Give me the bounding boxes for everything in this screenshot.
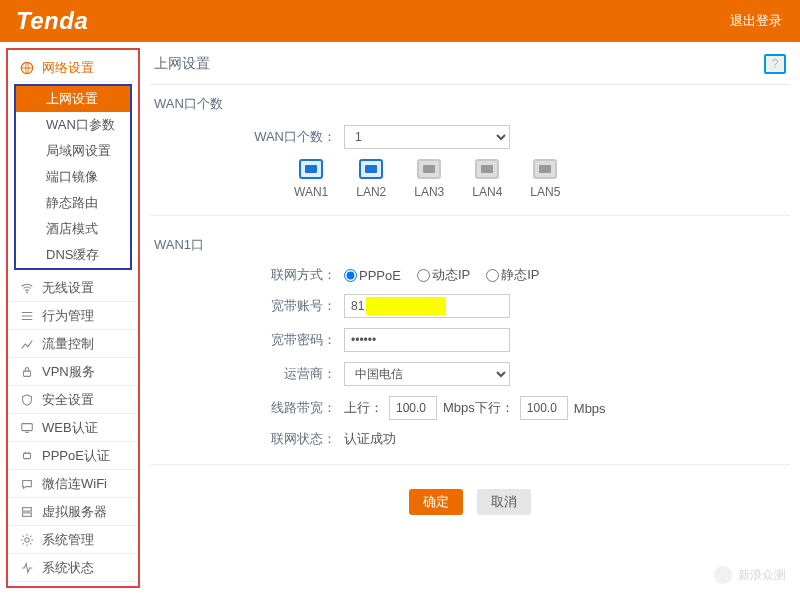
plug-icon xyxy=(20,449,34,463)
port-lan4: LAN4 xyxy=(472,159,502,199)
sidebar-item-vserver[interactable]: 虚拟服务器 xyxy=(8,498,138,526)
label-bandwidth: 线路带宽： xyxy=(154,399,344,417)
label-conn-type: 联网方式： xyxy=(154,266,344,284)
port-diagram: WAN1 LAN2 LAN3 LAN4 LAN5 xyxy=(294,159,786,199)
section-title: WAN1口 xyxy=(154,236,786,254)
sidebar-sub-item[interactable]: WAN口参数 xyxy=(16,112,130,138)
sidebar-item-label: 流量控制 xyxy=(42,335,94,353)
sidebar-item-pppoe[interactable]: PPPoE认证 xyxy=(8,442,138,470)
row-isp: 运营商： 中国电信 xyxy=(154,362,786,386)
sidebar-item-traffic[interactable]: 流量控制 xyxy=(8,330,138,358)
port-lan3: LAN3 xyxy=(414,159,444,199)
port-wan1: WAN1 xyxy=(294,159,328,199)
radio-dhcp[interactable]: 动态IP xyxy=(417,266,470,284)
main-container: 网络设置 上网设置 WAN口参数 局域网设置 端口镜像 静态路由 酒店模式 DN… xyxy=(0,42,800,594)
radio-input[interactable] xyxy=(486,269,499,282)
label-up: 上行： xyxy=(344,399,383,417)
sidebar-item-label: PPPoE认证 xyxy=(42,447,110,465)
radio-static[interactable]: 静态IP xyxy=(486,266,539,284)
sidebar-item-security[interactable]: 安全设置 xyxy=(8,386,138,414)
select-isp[interactable]: 中国电信 xyxy=(344,362,510,386)
chat-icon xyxy=(20,477,34,491)
row-status: 联网状态： 认证成功 xyxy=(154,430,786,448)
input-bw-up[interactable] xyxy=(389,396,437,420)
sidebar-item-label: WEB认证 xyxy=(42,419,98,437)
cancel-button[interactable]: 取消 xyxy=(477,489,531,515)
sidebar-item-wechat[interactable]: 微信连WiFi xyxy=(8,470,138,498)
wifi-icon xyxy=(20,281,34,295)
lock-icon xyxy=(20,365,34,379)
row-conn-type: 联网方式： PPPoE 动态IP 静态IP xyxy=(154,266,786,284)
divider xyxy=(150,215,790,216)
sidebar-item-label: 虚拟服务器 xyxy=(42,503,107,521)
port-icon xyxy=(533,159,557,179)
unit-mbps: Mbps xyxy=(574,401,606,416)
svg-rect-6 xyxy=(23,512,32,516)
sidebar-item-network[interactable]: 网络设置 xyxy=(8,54,138,82)
sidebar-item-webauth[interactable]: WEB认证 xyxy=(8,414,138,442)
sidebar-sub-item[interactable]: 静态路由 xyxy=(16,190,130,216)
main-panel: 上网设置 ? WAN口个数 WAN口个数： 1 WAN1 LAN2 LAN3 L… xyxy=(140,42,800,594)
row-bandwidth: 线路带宽： 上行： Mbps下行： Mbps xyxy=(154,396,786,420)
monitor-icon xyxy=(20,421,34,435)
sidebar-sub-item[interactable]: 端口镜像 xyxy=(16,164,130,190)
sidebar-item-label: VPN服务 xyxy=(42,363,95,381)
svg-point-1 xyxy=(26,291,28,293)
radio-input[interactable] xyxy=(417,269,430,282)
sidebar-item-label: 微信连WiFi xyxy=(42,475,107,493)
top-header: Tenda 退出登录 xyxy=(0,0,800,42)
label-wan-count: WAN口个数： xyxy=(154,128,344,146)
input-bw-down[interactable] xyxy=(520,396,568,420)
sidebar-item-wireless[interactable]: 无线设置 xyxy=(8,274,138,302)
help-button[interactable]: ? xyxy=(764,54,786,74)
row-username: 宽带账号： xyxy=(154,294,786,318)
port-label: LAN5 xyxy=(530,185,560,199)
port-label: LAN4 xyxy=(472,185,502,199)
radio-input[interactable] xyxy=(344,269,357,282)
port-icon xyxy=(299,159,323,179)
port-icon xyxy=(417,159,441,179)
port-label: WAN1 xyxy=(294,185,328,199)
logout-link[interactable]: 退出登录 xyxy=(730,12,782,30)
sidebar-item-label: 行为管理 xyxy=(42,307,94,325)
sidebar-item-behavior[interactable]: 行为管理 xyxy=(8,302,138,330)
label-status: 联网状态： xyxy=(154,430,344,448)
port-lan2: LAN2 xyxy=(356,159,386,199)
sidebar-sub-item[interactable]: 局域网设置 xyxy=(16,138,130,164)
label-isp: 运营商： xyxy=(154,365,344,383)
ok-button[interactable]: 确定 xyxy=(409,489,463,515)
sidebar-sub-item[interactable]: DNS缓存 xyxy=(16,242,130,268)
svg-point-8 xyxy=(714,566,732,584)
row-password: 宽带密码： xyxy=(154,328,786,352)
sidebar-item-label: 网络设置 xyxy=(42,59,94,77)
sidebar-item-label: 系统状态 xyxy=(42,559,94,577)
section-wan-count: WAN口个数 WAN口个数： 1 WAN1 LAN2 LAN3 LAN4 LAN… xyxy=(150,85,790,199)
status-value: 认证成功 xyxy=(344,430,396,448)
gear-icon xyxy=(20,533,34,547)
page-title-bar: 上网设置 ? xyxy=(150,48,790,85)
port-icon xyxy=(359,159,383,179)
input-password[interactable] xyxy=(344,328,510,352)
server-icon xyxy=(20,505,34,519)
sidebar-item-vpn[interactable]: VPN服务 xyxy=(8,358,138,386)
svg-rect-2 xyxy=(24,371,31,376)
svg-rect-4 xyxy=(24,453,31,458)
port-label: LAN3 xyxy=(414,185,444,199)
sidebar: 网络设置 上网设置 WAN口参数 局域网设置 端口镜像 静态路由 酒店模式 DN… xyxy=(6,48,140,588)
sidebar-item-sysstatus[interactable]: 系统状态 xyxy=(8,554,138,582)
button-row: 确定 取消 xyxy=(150,489,790,515)
sidebar-sub-item[interactable]: 酒店模式 xyxy=(16,216,130,242)
shield-icon xyxy=(20,393,34,407)
row-wan-count: WAN口个数： 1 xyxy=(154,125,786,149)
unit-mbps: Mbps下行： xyxy=(443,399,514,417)
port-lan5: LAN5 xyxy=(530,159,560,199)
port-icon xyxy=(475,159,499,179)
sidebar-sub-item[interactable]: 上网设置 xyxy=(16,86,130,112)
section-wan1: WAN1口 联网方式： PPPoE 动态IP 静态IP 宽带账号： xyxy=(150,226,790,448)
label-username: 宽带账号： xyxy=(154,297,344,315)
sidebar-subgroup: 上网设置 WAN口参数 局域网设置 端口镜像 静态路由 酒店模式 DNS缓存 xyxy=(14,84,132,270)
sidebar-item-sysmanage[interactable]: 系统管理 xyxy=(8,526,138,554)
watermark: 新浪众测 xyxy=(712,564,786,586)
radio-pppoe[interactable]: PPPoE xyxy=(344,268,401,283)
select-wan-count[interactable]: 1 xyxy=(344,125,510,149)
